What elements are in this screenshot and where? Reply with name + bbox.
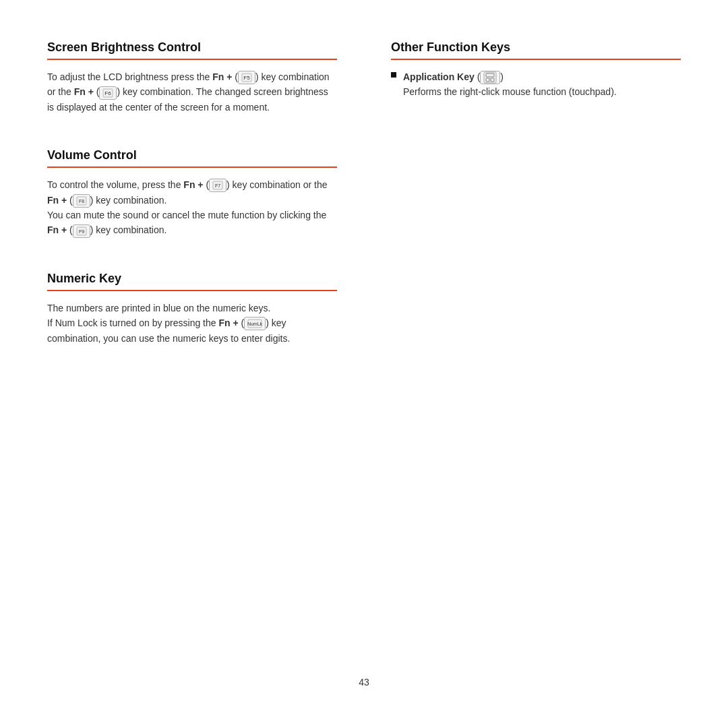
application-key-description: Performs the right-click mouse function … [403,86,617,97]
volume-control-body: To control the volume, press the Fn + ( … [47,177,337,238]
volume-control-divider [47,166,337,168]
right-column: Other Function Keys Application Key ( [364,40,681,380]
application-key-icon [480,71,500,84]
left-column: Screen Brightness Control To adjust the … [47,40,364,380]
other-function-keys-title: Other Function Keys [391,40,681,55]
screen-brightness-body: To adjust the LCD brightness press the F… [47,69,337,115]
page: Screen Brightness Control To adjust the … [0,0,728,728]
other-function-keys-body: Application Key ( ) Performs the [391,69,681,100]
screen-brightness-title: Screen Brightness Control [47,40,337,55]
svg-text:F8: F8 [79,199,84,204]
volume-control-title: Volume Control [47,148,337,162]
brightness-up-key-icon: F5 [238,71,255,84]
volume-control-section: Volume Control To control the volume, pr… [47,148,337,238]
svg-text:F9: F9 [79,229,84,234]
svg-text:F5: F5 [243,75,250,81]
vol-down-key-icon: F8 [73,194,90,208]
svg-text:NumLk: NumLk [247,322,262,326]
screen-brightness-divider [47,59,337,60]
mute-key-icon: F9 [73,224,90,238]
vol-up-key-icon: F7 [209,179,226,192]
application-key-item: Application Key ( ) Performs the [391,69,681,100]
other-function-keys-section: Other Function Keys Application Key ( [391,40,681,100]
numeric-key-title: Numeric Key [47,272,337,286]
application-key-content: Application Key ( ) Performs the [403,69,617,100]
numlock-key-icon: NumLk [244,317,266,330]
bullet-icon [391,72,396,78]
brightness-down-key-icon: F6 [99,86,117,100]
numeric-key-divider [47,290,337,291]
other-function-keys-divider [391,59,681,60]
application-key-label: Application Key [403,71,475,82]
numeric-key-body: The numbers are printed in blue on the n… [47,301,337,346]
page-number: 43 [47,663,681,688]
svg-text:F7: F7 [215,183,220,188]
two-column-layout: Screen Brightness Control To adjust the … [47,40,681,380]
numeric-key-section: Numeric Key The numbers are printed in b… [47,272,337,346]
screen-brightness-section: Screen Brightness Control To adjust the … [47,40,337,115]
svg-text:F6: F6 [105,90,112,96]
